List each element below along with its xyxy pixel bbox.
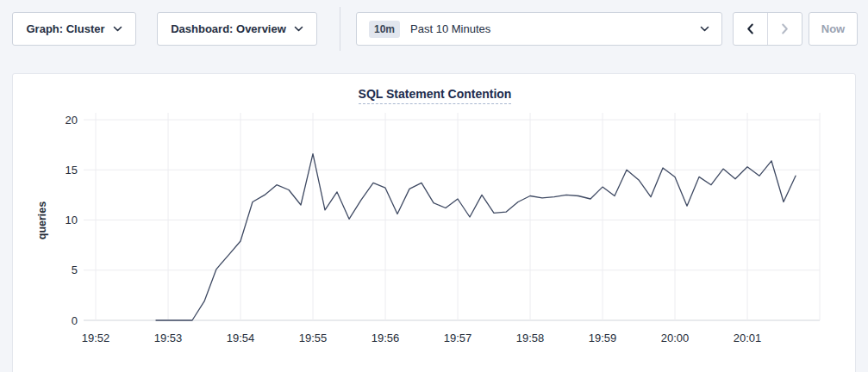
chart-title[interactable]: SQL Statement Contention	[359, 87, 512, 104]
x-tick-label: 19:56	[372, 332, 400, 344]
header-divider	[340, 7, 340, 51]
y-axis-label: queries	[36, 202, 48, 240]
series-line	[156, 154, 796, 320]
time-window-badge: 10m	[369, 21, 400, 38]
y-tick-label: 0	[72, 314, 78, 327]
x-tick-label: 20:00	[661, 332, 690, 344]
y-tick-label: 15	[66, 164, 78, 177]
now-button[interactable]: Now	[809, 12, 858, 46]
x-tick-label: 19:59	[589, 332, 617, 344]
chart-card: 0510152019:5219:5319:5419:5519:5619:5719…	[12, 73, 856, 372]
chevron-down-icon	[113, 26, 122, 32]
chevron-down-icon	[700, 26, 709, 32]
chevron-right-icon	[781, 23, 789, 34]
chart-title-row: SQL Statement Contention	[13, 86, 857, 104]
topbar: Graph: Cluster Dashboard: Overview 10m P…	[0, 0, 868, 73]
dashboard-dropdown[interactable]: Dashboard: Overview	[157, 12, 317, 46]
x-tick-label: 19:54	[227, 332, 255, 344]
x-tick-label: 19:53	[154, 332, 183, 344]
y-tick-label: 10	[66, 214, 78, 226]
metrics-dashboard-page: Graph: Cluster Dashboard: Overview 10m P…	[0, 0, 868, 372]
x-tick-label: 19:52	[82, 332, 110, 344]
dashboard-dropdown-label: Dashboard: Overview	[171, 22, 286, 35]
y-tick-label: 5	[72, 264, 78, 276]
chevron-down-icon	[294, 26, 303, 32]
time-range-label: Past 10 Minutes	[410, 22, 690, 35]
x-tick-label: 19:58	[516, 332, 545, 344]
graph-dropdown[interactable]: Graph: Cluster	[12, 12, 136, 46]
graph-dropdown-label: Graph: Cluster	[26, 22, 104, 35]
line-chart[interactable]: 0510152019:5219:5319:5419:5519:5619:5719…	[13, 74, 857, 372]
x-tick-label: 19:55	[299, 332, 328, 344]
chevron-left-icon	[746, 23, 754, 34]
y-tick-label: 20	[66, 114, 78, 127]
time-nav-group	[733, 12, 802, 46]
x-tick-label: 20:01	[734, 332, 762, 344]
time-range-picker[interactable]: 10m Past 10 Minutes	[356, 12, 722, 46]
x-tick-label: 19:57	[444, 332, 472, 344]
time-prev-button[interactable]	[734, 13, 767, 45]
time-next-button[interactable]	[767, 13, 802, 45]
